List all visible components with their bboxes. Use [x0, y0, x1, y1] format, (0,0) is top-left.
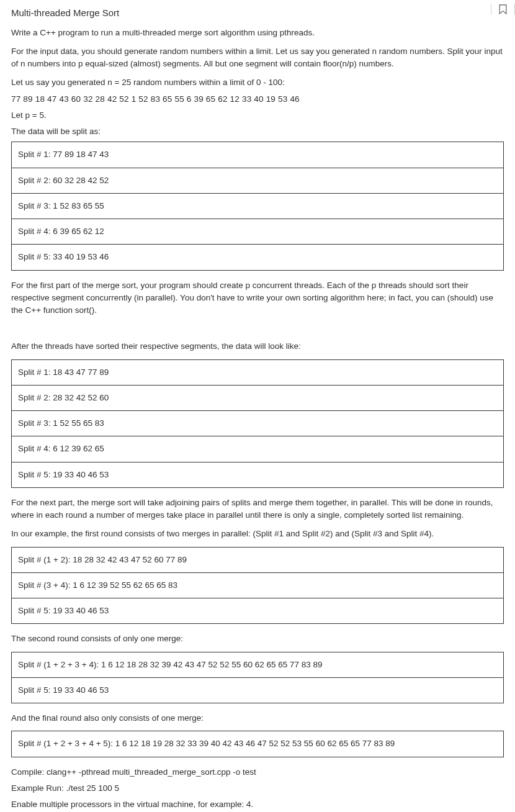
first-part-paragraph: For the first part of the merge sort, yo… — [11, 279, 504, 317]
sorted-splits-table: Split # 1: 18 43 47 77 89 Split # 2: 28 … — [11, 359, 504, 488]
round1-splits-table: Split # (1 + 2): 18 28 32 42 43 47 52 60… — [11, 547, 504, 625]
vm-processor-line: Enable multiple processors in the virtua… — [11, 798, 504, 811]
next-part-paragraph: For the next part, the merge sort will t… — [11, 497, 504, 522]
top-right-icon-bar — [491, 4, 515, 15]
table-row: Split # (3 + 4): 1 6 12 39 52 55 62 65 6… — [12, 572, 504, 598]
final-splits-table: Split # (1 + 2 + 3 + 4 + 5): 1 6 12 18 1… — [11, 731, 504, 757]
table-row: Split # 5: 19 33 40 46 53 — [12, 677, 504, 703]
random-numbers-line: 77 89 18 47 43 60 32 28 42 52 1 52 83 65… — [11, 93, 504, 106]
table-row: Split # 3: 1 52 83 65 55 — [12, 193, 504, 219]
table-row: Split # 5: 19 33 40 46 53 — [12, 462, 504, 487]
table-row: Split # 4: 6 12 39 62 65 — [12, 436, 504, 462]
table-row: Split # 4: 6 39 65 62 12 — [12, 219, 504, 245]
page-title: Multi-threaded Merge Sort — [11, 6, 504, 20]
example-intro-line: Let us say you generated n = 25 random n… — [11, 76, 504, 89]
intro-paragraph: Write a C++ program to run a multi-threa… — [11, 27, 504, 39]
table-row: Split # (1 + 2 + 3 + 4): 1 6 12 18 28 32… — [12, 652, 504, 677]
table-row: Split # 1: 77 89 18 47 43 — [12, 142, 504, 168]
table-row: Split # 5: 33 40 19 53 46 — [12, 245, 504, 270]
round2-intro-line: The second round consists of only one me… — [11, 633, 504, 645]
let-p-line: Let p = 5. — [11, 109, 504, 122]
input-description-paragraph: For the input data, you should generate … — [11, 45, 504, 71]
table-row: Split # 1: 18 43 47 77 89 — [12, 359, 504, 385]
round2-splits-table: Split # (1 + 2 + 3 + 4): 1 6 12 18 28 32… — [11, 652, 504, 704]
table-row: Split # (1 + 2 + 3 + 4 + 5): 1 6 12 18 1… — [12, 731, 504, 757]
compile-command-line: Compile: clang++ -pthread multi_threaded… — [11, 766, 504, 778]
divider — [491, 4, 491, 15]
final-round-intro-line: And the final round also only consists o… — [11, 712, 504, 724]
table-row: Split # (1 + 2): 18 28 32 42 43 47 52 60… — [12, 547, 504, 572]
initial-splits-table: Split # 1: 77 89 18 47 43 Split # 2: 60 … — [11, 142, 504, 270]
example-run-line: Example Run: ./test 25 100 5 — [11, 782, 504, 795]
table-row: Split # 2: 28 32 42 52 60 — [12, 385, 504, 410]
after-sorted-intro-line: After the threads have sorted their resp… — [11, 340, 504, 353]
round1-intro-paragraph: In our example, the first round consists… — [11, 528, 504, 540]
table-row: Split # 2: 60 32 28 42 52 — [12, 168, 504, 193]
bookmark-icon[interactable] — [499, 4, 507, 14]
data-split-intro-line: The data will be split as: — [11, 125, 504, 138]
table-row: Split # 3: 1 52 55 65 83 — [12, 411, 504, 436]
table-row: Split # 5: 19 33 40 46 53 — [12, 598, 504, 624]
